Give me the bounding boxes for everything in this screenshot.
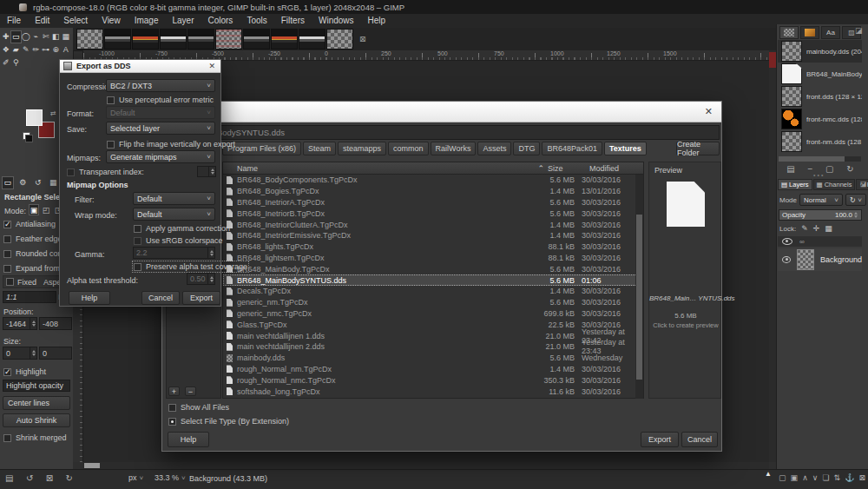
file-type-expander[interactable]: Select File Type (By Extension): [168, 417, 289, 426]
preserve-alpha-checkbox[interactable]: Preserve alpha test coverage: [134, 262, 247, 271]
zoom-combo[interactable]: 33.3 %˅: [155, 473, 186, 482]
menu-item[interactable]: Filters: [274, 14, 312, 28]
ratio-input[interactable]: 1:1: [3, 291, 56, 303]
shrink-merged-checkbox[interactable]: Shrink merged: [3, 433, 67, 442]
size-y-spinner[interactable]: 0: [39, 347, 72, 360]
file-row[interactable]: BR648_lights.TgPcDx 88.1 kB 30/03/2016: [223, 241, 637, 253]
images-panel-button[interactable]: ↻: [846, 164, 853, 174]
path-segment-button[interactable]: steamapps: [338, 142, 386, 155]
link-header-icon[interactable]: ∞: [799, 238, 805, 246]
tool-icon[interactable]: ✏: [31, 44, 42, 56]
opacity-spinner-arrows[interactable]: [852, 210, 858, 220]
file-row[interactable]: mainbody.dds 5.6 MB Wednesday: [223, 353, 637, 364]
file-row[interactable]: main vechtdallijnen 2.dds 21.0 MB Yester…: [223, 341, 637, 353]
export-dialog-titlebar[interactable]: ✕: [162, 102, 721, 122]
layer-mode-dropdown[interactable]: Normal˅: [799, 194, 843, 206]
transparent-index-checkbox[interactable]: Transparent index:: [67, 168, 144, 176]
open-image-row[interactable]: mainbody.dds (2048 × 20: [778, 40, 862, 63]
horizontal-scrollbar-thumb[interactable]: [84, 463, 100, 468]
menu-item[interactable]: Windows: [312, 14, 361, 28]
spinner-arrows[interactable]: [30, 318, 36, 329]
tool-icon[interactable]: ⚲: [11, 57, 22, 69]
menu-item[interactable]: Edit: [28, 14, 56, 28]
file-row[interactable]: BR648_MainBody.TgPcDx 5.6 MB 30/03/2016: [223, 263, 637, 274]
flip-vertically-checkbox[interactable]: Flip the image vertically on export: [107, 140, 235, 149]
tool-icon[interactable]: ✐: [1, 57, 11, 69]
images-panel-button[interactable]: ▢: [825, 164, 833, 174]
tab-images[interactable]: ▦: [49, 177, 59, 188]
filter-dropdown[interactable]: Default˅: [133, 192, 215, 205]
lock-toggle-icon[interactable]: ▦: [825, 224, 832, 233]
layer-action-button[interactable]: ⚓: [845, 473, 854, 482]
tab-patterns[interactable]: [800, 26, 819, 39]
image-tab-thumbnail[interactable]: [299, 29, 326, 50]
tool-icon[interactable]: ✚: [1, 31, 11, 43]
image-tab-thumbnail[interactable]: [104, 29, 131, 50]
tool-icon[interactable]: ▭: [11, 31, 22, 43]
layer-action-button[interactable]: ⇅: [834, 473, 841, 482]
path-segment-button[interactable]: Steam: [303, 142, 336, 155]
path-segment-button[interactable]: DTG: [513, 142, 540, 155]
column-size[interactable]: Size: [544, 164, 581, 173]
menu-item[interactable]: Tools: [240, 14, 273, 28]
swap-colors-icon[interactable]: ⇄: [50, 109, 56, 117]
footer-icon-button[interactable]: ↻: [66, 473, 73, 483]
tool-icon[interactable]: ▰: [11, 44, 22, 56]
create-folder-button[interactable]: Create Folder: [676, 142, 720, 155]
vertical-scrollbar-thumb[interactable]: [769, 52, 776, 68]
tab-images-active[interactable]: [779, 26, 799, 39]
tab-undo-history[interactable]: ↺: [33, 177, 43, 188]
tab-close-icon[interactable]: ⊠: [359, 35, 366, 43]
file-list-scrollbar[interactable]: [635, 175, 643, 399]
lock-toggle-icon[interactable]: ✎: [801, 224, 808, 233]
tab-device-status[interactable]: ⚙: [18, 177, 29, 188]
file-row[interactable]: generic_nm.TgPcDx 5.6 MB 30/03/2016: [223, 297, 637, 308]
menu-item[interactable]: Help: [361, 14, 393, 28]
image-tab-thumbnail[interactable]: [132, 29, 159, 50]
image-tab-thumbnail[interactable]: [215, 29, 242, 50]
file-row[interactable]: BR648_BodyComponents.TgPcDx 5.6 MB 30/03…: [223, 175, 637, 186]
menu-item[interactable]: Image: [128, 14, 166, 28]
navigation-icon[interactable]: ▲: [765, 470, 772, 478]
show-all-files-checkbox[interactable]: Show All Files: [168, 403, 229, 412]
tool-icon[interactable]: ⊶: [41, 44, 51, 56]
mode-add-button[interactable]: ◰: [42, 205, 50, 215]
foreground-color-swatch[interactable]: [26, 109, 43, 126]
export-button[interactable]: Export: [641, 432, 679, 447]
path-segment-button[interactable]: RailWorks: [431, 142, 477, 155]
file-row[interactable]: BR648_InetriorClutterA.TgPcDx 1.4 MB 30/…: [223, 219, 637, 230]
images-list-scrollbar[interactable]: [779, 156, 861, 162]
tool-icon[interactable]: ▦: [61, 31, 71, 43]
perceptual-metric-checkbox[interactable]: Use perceptual error metric: [107, 96, 214, 104]
wrap-mode-dropdown[interactable]: Default˅: [133, 208, 215, 221]
filename-input[interactable]: [166, 125, 720, 140]
add-bookmark-button[interactable]: +: [168, 387, 180, 396]
file-row[interactable]: Decals.TgPcDx 1.4 MB 30/03/2016: [223, 286, 637, 297]
file-row[interactable]: BR648_InetriorA.TgPcDx 5.6 MB 30/03/2016: [223, 197, 637, 208]
tool-icon[interactable]: ⌁: [31, 31, 42, 43]
mode-replace-button[interactable]: ▣: [30, 205, 38, 215]
fixed-checkbox[interactable]: [6, 278, 14, 286]
footer-icon-button[interactable]: ▤: [5, 473, 13, 483]
gamma-correction-checkbox[interactable]: Apply gamma correction: [134, 224, 230, 233]
help-button[interactable]: Help: [168, 432, 209, 447]
image-tab-thumbnail[interactable]: [326, 29, 353, 50]
file-row[interactable]: BR648_InetriorEmissive.TgPcDx 1.4 MB 30/…: [223, 230, 637, 241]
open-image-row[interactable]: front-nm.dds (128 × 128): [778, 130, 862, 153]
file-row[interactable]: softshade_long.TgPcDx 11.6 kB 30/03/2016: [223, 386, 637, 397]
layers-panel-tab[interactable]: ▦Channels: [813, 179, 856, 190]
layers-panel-tab[interactable]: ▤Layers: [778, 179, 812, 190]
position-x-spinner[interactable]: -1464: [3, 317, 37, 330]
cancel-button[interactable]: Cancel: [681, 432, 718, 447]
image-tab-thumbnail[interactable]: [76, 29, 103, 50]
highlight-checkbox[interactable]: Highlight: [3, 367, 46, 376]
file-row[interactable]: BR648_lightsem.TgPcDx 88.1 kB 30/03/2016: [223, 253, 637, 264]
opacity-slider[interactable]: Opacity 100.0: [779, 209, 862, 221]
dock-splitter[interactable]: •••: [813, 172, 825, 178]
remove-bookmark-button[interactable]: −: [185, 387, 196, 396]
horizontal-scrollbar[interactable]: [83, 462, 769, 469]
file-list-scrollbar-thumb[interactable]: [636, 215, 642, 380]
file-row[interactable]: BR648_MainBodySYNTUS.dds 5.6 MB 01:06: [223, 274, 637, 286]
layer-action-button[interactable]: ∧: [802, 473, 808, 482]
column-modified[interactable]: Modified: [581, 164, 643, 173]
